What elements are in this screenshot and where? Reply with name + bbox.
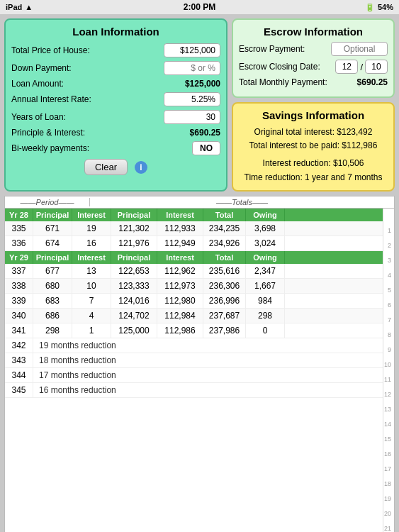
reduction-num: 345: [5, 383, 33, 397]
total-monthly-value: $690.25: [357, 77, 388, 87]
tot-principal-col: Principal: [111, 209, 157, 221]
principle-interest-label: Principle & Interest:: [11, 128, 85, 138]
years-loan-input[interactable]: [164, 110, 220, 124]
date-slash: /: [360, 62, 363, 72]
cell-num: 340: [5, 309, 33, 323]
row-num: [383, 209, 393, 223]
row-num: 15: [383, 432, 393, 447]
yr29-tot-interest-col: Interest: [157, 251, 203, 264]
cell-tot-principal: 124,016: [111, 294, 157, 308]
cell-principal: 683: [33, 294, 72, 308]
cell-total: 234,235: [203, 221, 246, 235]
total-monthly-label: Total Monthly Payment:: [239, 77, 327, 87]
cell-num: 336: [5, 236, 33, 250]
years-loan-row: Years of Loan:: [11, 110, 220, 124]
table-row: 336 674 16 121,976 112,949 234,926 3,024: [5, 236, 383, 251]
cell-tot-interest: 112,962: [157, 264, 203, 278]
escrow-closing-date-row: Escrow Closing Date: /: [239, 60, 388, 74]
cell-owing: 0: [246, 323, 285, 338]
interest-rate-label: Annual Interest Rate:: [11, 94, 91, 104]
carrier-label: iPad: [6, 3, 22, 11]
row-num: 5: [383, 283, 393, 298]
cell-total: 237,687: [203, 309, 246, 323]
cell-num: 338: [5, 279, 33, 293]
tot-interest-col: Interest: [157, 209, 203, 221]
down-payment-row: Down Payment:: [11, 61, 220, 75]
row-num: 16: [383, 447, 393, 462]
cell-tot-interest: 112,986: [157, 323, 203, 338]
row-numbers: 1 2 3 4 5 6 7 8 9 10 11 12 13 14 1: [383, 209, 394, 532]
yr29-tot-principal-col: Principal: [111, 251, 157, 264]
table-row: 339 683 7 124,016 112,980 236,996 984: [5, 294, 383, 309]
cell-tot-interest: 112,984: [157, 309, 203, 323]
loan-panel-title: Loan Information: [11, 26, 220, 38]
top-panels: Loan Information Total Price of House: D…: [4, 18, 395, 192]
cell-principal: 671: [33, 221, 72, 235]
interest-col: Interest: [72, 209, 111, 221]
cell-interest: 19: [72, 221, 111, 235]
status-right: 🔋 54%: [365, 3, 393, 12]
totals-label: ——Totals——: [90, 198, 394, 206]
cell-owing: 984: [246, 294, 285, 308]
reduction-row: 344 17 months reduction: [5, 368, 383, 383]
date-day-input[interactable]: [365, 60, 388, 74]
interest-rate-input[interactable]: [164, 92, 220, 106]
row-num: 6: [383, 298, 393, 313]
savings-line-1: Original total interest: $123,492: [239, 126, 388, 139]
escrow-panel-title: Escrow Information: [239, 26, 388, 38]
savings-text: Original total interest: $123,492 Total …: [239, 126, 388, 184]
cell-num: 335: [5, 221, 33, 235]
total-monthly-row: Total Monthly Payment: $690.25: [239, 77, 388, 87]
reduction-text: 19 months reduction: [33, 338, 383, 353]
loan-amount-value: $125,000: [185, 79, 220, 89]
biweekly-button[interactable]: NO: [192, 141, 220, 155]
row-num: 2: [383, 238, 393, 253]
cell-tot-interest: 112,933: [157, 221, 203, 235]
cell-num: 339: [5, 294, 33, 308]
cell-interest: 1: [72, 323, 111, 338]
cell-tot-interest: 112,949: [157, 236, 203, 250]
status-left: iPad ▲: [6, 3, 33, 11]
yr29-total-col: Total: [203, 251, 246, 264]
cell-tot-interest: 112,973: [157, 279, 203, 293]
cell-total: 235,616: [203, 264, 246, 278]
yr-col: Yr 28: [5, 209, 33, 221]
row-num: 18: [383, 477, 393, 492]
cell-total: 234,926: [203, 236, 246, 250]
escrow-panel: Escrow Information Escrow Payment: Escro…: [232, 18, 395, 98]
cell-num: 337: [5, 264, 33, 278]
cell-total: 236,996: [203, 294, 246, 308]
info-icon[interactable]: i: [135, 161, 147, 174]
date-month-input[interactable]: [335, 60, 358, 74]
cell-owing: 3,698: [246, 221, 285, 235]
total-price-row: Total Price of House:: [11, 43, 220, 57]
row-num: 3: [383, 253, 393, 268]
status-bar: iPad ▲ 2:00 PM 🔋 54%: [0, 0, 399, 14]
status-time: 2:00 PM: [184, 2, 215, 12]
savings-line-3: Interest reduction: $10,506: [239, 157, 388, 170]
escrow-payment-input[interactable]: [331, 42, 388, 56]
right-column: Escrow Information Escrow Payment: Escro…: [232, 18, 395, 192]
cell-tot-principal: 124,702: [111, 309, 157, 323]
cell-tot-principal: 121,302: [111, 221, 157, 235]
total-price-input[interactable]: [164, 43, 220, 57]
total-col: Total: [203, 209, 246, 221]
principle-interest-row: Principle & Interest: $690.25: [11, 128, 220, 138]
row-num: 12: [383, 387, 393, 402]
cell-owing: 3,024: [246, 236, 285, 250]
total-price-label: Total Price of House:: [11, 45, 90, 55]
down-payment-input[interactable]: [164, 61, 220, 75]
year-29-header: Yr 29 Principal Interest Principal Inter…: [5, 251, 383, 264]
clear-button[interactable]: Clear: [84, 159, 128, 175]
cell-principal: 298: [33, 323, 72, 338]
row-num: 14: [383, 417, 393, 432]
row-num: 1: [383, 223, 393, 238]
table-row: 337 677 13 122,653 112,962 235,616 2,347: [5, 264, 383, 279]
escrow-payment-row: Escrow Payment:: [239, 42, 388, 56]
cell-interest: 4: [72, 309, 111, 323]
row-num: 13: [383, 402, 393, 417]
table-row: 338 680 10 123,333 112,973 236,306 1,667: [5, 279, 383, 294]
savings-panel-title: Savings Information: [239, 109, 388, 121]
table-container: Yr 28 Principal Interest Principal Inter…: [5, 209, 394, 532]
date-field: /: [335, 60, 388, 74]
